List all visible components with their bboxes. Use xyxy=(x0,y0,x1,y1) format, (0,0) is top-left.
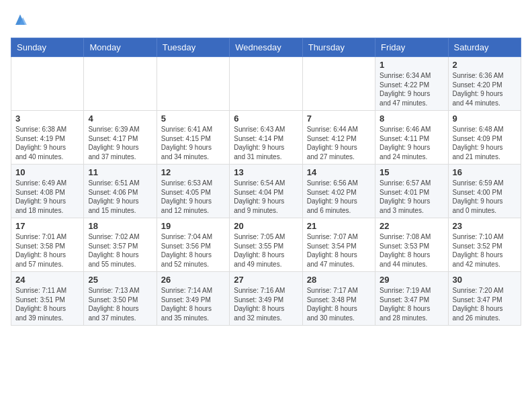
day-of-week-header: Monday xyxy=(84,38,157,57)
day-info: Sunrise: 6:39 AM Sunset: 4:17 PM Dayligh… xyxy=(88,125,152,161)
day-info: Sunrise: 7:07 AM Sunset: 3:54 PM Dayligh… xyxy=(307,232,371,269)
day-info: Sunrise: 6:48 AM Sunset: 4:09 PM Dayligh… xyxy=(453,125,517,161)
day-of-week-header: Friday xyxy=(375,38,448,57)
day-number: 9 xyxy=(453,113,517,124)
day-info: Sunrise: 6:49 AM Sunset: 4:08 PM Dayligh… xyxy=(15,179,79,215)
day-info: Sunrise: 7:19 AM Sunset: 3:47 PM Dayligh… xyxy=(380,286,443,322)
day-of-week-header: Tuesday xyxy=(157,38,229,57)
calendar-cell: 21Sunrise: 7:07 AM Sunset: 3:54 PM Dayli… xyxy=(302,218,375,272)
day-info: Sunrise: 6:38 AM Sunset: 4:19 PM Dayligh… xyxy=(15,125,79,161)
calendar-cell: 3Sunrise: 6:38 AM Sunset: 4:19 PM Daylig… xyxy=(11,111,84,165)
day-number: 4 xyxy=(88,113,152,124)
day-info: Sunrise: 6:43 AM Sunset: 4:14 PM Dayligh… xyxy=(234,125,298,161)
day-info: Sunrise: 6:53 AM Sunset: 4:05 PM Dayligh… xyxy=(161,179,225,215)
day-number: 30 xyxy=(453,275,517,285)
calendar-cell: 29Sunrise: 7:19 AM Sunset: 3:47 PM Dayli… xyxy=(375,272,448,326)
day-number: 10 xyxy=(15,167,79,177)
day-of-week-header: Thursday xyxy=(302,38,375,57)
day-info: Sunrise: 7:05 AM Sunset: 3:55 PM Dayligh… xyxy=(234,232,298,269)
calendar-week-row: 17Sunrise: 7:01 AM Sunset: 3:58 PM Dayli… xyxy=(11,218,521,272)
calendar-cell: 25Sunrise: 7:13 AM Sunset: 3:50 PM Dayli… xyxy=(84,272,157,326)
calendar-cell: 30Sunrise: 7:20 AM Sunset: 3:47 PM Dayli… xyxy=(448,272,521,326)
logo-icon xyxy=(11,11,30,30)
day-number: 19 xyxy=(161,221,225,231)
calendar-cell: 4Sunrise: 6:39 AM Sunset: 4:17 PM Daylig… xyxy=(84,111,157,165)
day-info: Sunrise: 7:02 AM Sunset: 3:57 PM Dayligh… xyxy=(88,232,152,269)
calendar-cell: 11Sunrise: 6:51 AM Sunset: 4:06 PM Dayli… xyxy=(84,165,157,218)
calendar-cell xyxy=(84,57,157,111)
day-number: 7 xyxy=(307,113,371,124)
day-number: 20 xyxy=(234,221,298,231)
day-number: 14 xyxy=(307,167,371,177)
day-number: 12 xyxy=(161,167,225,177)
day-number: 13 xyxy=(234,167,298,177)
day-info: Sunrise: 6:41 AM Sunset: 4:15 PM Dayligh… xyxy=(161,125,225,161)
day-info: Sunrise: 6:34 AM Sunset: 4:22 PM Dayligh… xyxy=(380,71,443,107)
calendar-cell: 6Sunrise: 6:43 AM Sunset: 4:14 PM Daylig… xyxy=(230,111,302,165)
day-number: 26 xyxy=(161,275,225,285)
logo xyxy=(11,11,32,30)
day-of-week-header: Wednesday xyxy=(230,38,302,57)
calendar-cell: 27Sunrise: 7:16 AM Sunset: 3:49 PM Dayli… xyxy=(230,272,302,326)
day-number: 28 xyxy=(307,275,371,285)
calendar-cell xyxy=(302,57,375,111)
calendar-cell: 22Sunrise: 7:08 AM Sunset: 3:53 PM Dayli… xyxy=(375,218,448,272)
calendar-week-row: 3Sunrise: 6:38 AM Sunset: 4:19 PM Daylig… xyxy=(11,111,521,165)
day-number: 27 xyxy=(234,275,298,285)
calendar-cell: 15Sunrise: 6:57 AM Sunset: 4:01 PM Dayli… xyxy=(375,165,448,218)
day-info: Sunrise: 7:17 AM Sunset: 3:48 PM Dayligh… xyxy=(307,286,371,322)
calendar-cell: 1Sunrise: 6:34 AM Sunset: 4:22 PM Daylig… xyxy=(375,57,448,111)
day-info: Sunrise: 6:59 AM Sunset: 4:00 PM Dayligh… xyxy=(453,179,517,215)
day-info: Sunrise: 7:08 AM Sunset: 3:53 PM Dayligh… xyxy=(380,232,443,269)
calendar-header-row: SundayMondayTuesdayWednesdayThursdayFrid… xyxy=(11,38,521,57)
calendar-cell: 2Sunrise: 6:36 AM Sunset: 4:20 PM Daylig… xyxy=(448,57,521,111)
day-info: Sunrise: 7:16 AM Sunset: 3:49 PM Dayligh… xyxy=(234,286,298,322)
calendar: SundayMondayTuesdayWednesdayThursdayFrid… xyxy=(11,38,521,326)
day-info: Sunrise: 6:54 AM Sunset: 4:04 PM Dayligh… xyxy=(234,179,298,215)
calendar-week-row: 24Sunrise: 7:11 AM Sunset: 3:51 PM Dayli… xyxy=(11,272,521,326)
calendar-cell xyxy=(11,57,84,111)
calendar-cell: 24Sunrise: 7:11 AM Sunset: 3:51 PM Dayli… xyxy=(11,272,84,326)
day-number: 24 xyxy=(15,275,79,285)
calendar-cell: 18Sunrise: 7:02 AM Sunset: 3:57 PM Dayli… xyxy=(84,218,157,272)
day-info: Sunrise: 7:01 AM Sunset: 3:58 PM Dayligh… xyxy=(15,232,79,269)
calendar-cell xyxy=(157,57,229,111)
calendar-cell: 8Sunrise: 6:46 AM Sunset: 4:11 PM Daylig… xyxy=(375,111,448,165)
calendar-cell: 9Sunrise: 6:48 AM Sunset: 4:09 PM Daylig… xyxy=(448,111,521,165)
calendar-cell: 20Sunrise: 7:05 AM Sunset: 3:55 PM Dayli… xyxy=(230,218,302,272)
day-info: Sunrise: 6:51 AM Sunset: 4:06 PM Dayligh… xyxy=(88,179,152,215)
day-info: Sunrise: 6:46 AM Sunset: 4:11 PM Dayligh… xyxy=(380,125,443,161)
day-number: 18 xyxy=(88,221,152,231)
calendar-week-row: 10Sunrise: 6:49 AM Sunset: 4:08 PM Dayli… xyxy=(11,165,521,218)
day-of-week-header: Sunday xyxy=(11,38,84,57)
day-number: 21 xyxy=(307,221,371,231)
calendar-cell: 28Sunrise: 7:17 AM Sunset: 3:48 PM Dayli… xyxy=(302,272,375,326)
day-number: 3 xyxy=(15,113,79,124)
day-number: 1 xyxy=(380,60,443,70)
day-info: Sunrise: 7:14 AM Sunset: 3:49 PM Dayligh… xyxy=(161,286,225,322)
calendar-cell: 10Sunrise: 6:49 AM Sunset: 4:08 PM Dayli… xyxy=(11,165,84,218)
day-number: 15 xyxy=(380,167,443,177)
day-number: 6 xyxy=(234,113,298,124)
calendar-cell: 17Sunrise: 7:01 AM Sunset: 3:58 PM Dayli… xyxy=(11,218,84,272)
day-number: 22 xyxy=(380,221,443,231)
day-info: Sunrise: 6:57 AM Sunset: 4:01 PM Dayligh… xyxy=(380,179,443,215)
day-number: 29 xyxy=(380,275,443,285)
day-of-week-header: Saturday xyxy=(448,38,521,57)
header xyxy=(11,11,521,30)
day-number: 17 xyxy=(15,221,79,231)
day-number: 5 xyxy=(161,113,225,124)
day-info: Sunrise: 7:20 AM Sunset: 3:47 PM Dayligh… xyxy=(453,286,517,322)
day-number: 16 xyxy=(453,167,517,177)
day-number: 8 xyxy=(380,113,443,124)
day-info: Sunrise: 7:13 AM Sunset: 3:50 PM Dayligh… xyxy=(88,286,152,322)
day-number: 11 xyxy=(88,167,152,177)
day-number: 2 xyxy=(453,60,517,70)
calendar-cell: 26Sunrise: 7:14 AM Sunset: 3:49 PM Dayli… xyxy=(157,272,229,326)
calendar-cell: 13Sunrise: 6:54 AM Sunset: 4:04 PM Dayli… xyxy=(230,165,302,218)
calendar-cell: 16Sunrise: 6:59 AM Sunset: 4:00 PM Dayli… xyxy=(448,165,521,218)
calendar-cell: 7Sunrise: 6:44 AM Sunset: 4:12 PM Daylig… xyxy=(302,111,375,165)
day-number: 23 xyxy=(453,221,517,231)
calendar-cell: 12Sunrise: 6:53 AM Sunset: 4:05 PM Dayli… xyxy=(157,165,229,218)
day-info: Sunrise: 6:44 AM Sunset: 4:12 PM Dayligh… xyxy=(307,125,371,161)
